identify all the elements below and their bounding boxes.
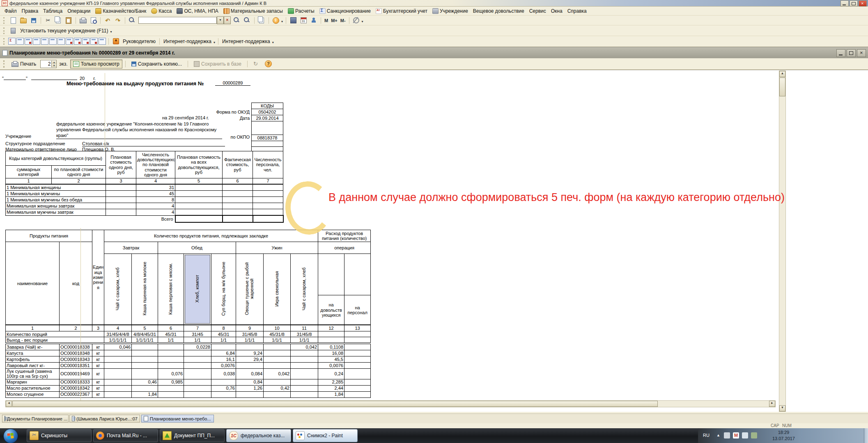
taskbar-button-document[interactable]: Документ ПП_П... (160, 429, 225, 442)
portions-cell[interactable] (344, 331, 371, 337)
qty-cell[interactable]: 0,042 (291, 344, 318, 350)
product-unit-cell[interactable]: кг (92, 391, 104, 397)
calculator-button[interactable] (288, 16, 298, 25)
internet-support-2-arrow[interactable]: ▾ (272, 41, 274, 44)
qty-cell[interactable] (291, 379, 318, 385)
column-number-cell[interactable]: 10 (264, 325, 291, 331)
weights-cell[interactable] (344, 337, 371, 343)
qty-cell[interactable] (184, 391, 211, 397)
qty-cell[interactable] (132, 363, 158, 369)
column-number-cell[interactable]: 2 (60, 325, 92, 331)
cell[interactable] (106, 184, 136, 191)
code-header[interactable]: код (60, 242, 92, 325)
cell[interactable]: 4 (136, 209, 175, 216)
qty-cell[interactable] (132, 356, 158, 363)
category-name-cell[interactable]: Минимальная мужчины завтрак (6, 209, 106, 216)
qty-cell[interactable] (132, 350, 158, 356)
tools-dropdown-arrow[interactable]: ▾ (362, 20, 363, 23)
calendar-button[interactable]: 31 (299, 16, 308, 25)
help-button[interactable]: ? (262, 59, 275, 69)
expense-col-header[interactable]: на персонал (344, 295, 371, 325)
menu-item[interactable]: Касса (149, 7, 174, 15)
institution-dropdown-arrow[interactable]: ▾ (110, 30, 112, 34)
qty-cell[interactable]: 9,24 (236, 350, 264, 356)
qty-cell[interactable]: 1,26 (236, 385, 264, 391)
qty-cell[interactable] (264, 350, 291, 356)
menu-item[interactable]: Санкционирование (317, 7, 373, 15)
doc-restore-button[interactable] (847, 49, 856, 57)
category-name-cell[interactable]: 1 Минимальная женщины (6, 184, 106, 191)
name-header[interactable]: наименование (6, 242, 60, 325)
dish-column-header[interactable]: Икра свекольная (264, 254, 291, 325)
qty-cell[interactable]: 0,42 (264, 385, 291, 391)
menu-item[interactable]: Расчеты (286, 7, 317, 15)
qty-cell[interactable] (132, 344, 158, 350)
qty-cell[interactable]: 0,076 (158, 369, 184, 379)
portions-cell[interactable]: 31/45/4/4/8 (104, 331, 132, 337)
cell[interactable] (253, 197, 283, 203)
product-unit-cell[interactable]: кг (92, 379, 104, 385)
tray-icon-1[interactable] (724, 432, 730, 438)
cell[interactable] (175, 203, 223, 209)
column-number-cell[interactable]: 3 (92, 325, 104, 331)
menu-item[interactable]: Операции (65, 7, 92, 15)
qty-cell[interactable]: 0,0076 (318, 363, 344, 369)
qty-cell[interactable] (132, 369, 158, 379)
total-cell[interactable] (175, 215, 223, 222)
okpo-value-cell[interactable]: 08818378 (252, 135, 283, 141)
menu-item[interactable]: Материальные запасы (221, 7, 285, 15)
qty-cell[interactable] (158, 385, 184, 391)
menu-item[interactable]: Бухгалтерский учет (374, 7, 429, 15)
qty-cell[interactable] (264, 379, 291, 385)
doc-close-button[interactable] (857, 49, 866, 57)
internet-support-2[interactable]: Интернет-поддержка (222, 39, 270, 44)
copy-button[interactable] (53, 16, 63, 25)
manager-label[interactable]: Руководителю (123, 39, 156, 44)
set-institution-label[interactable]: Установить текущее учреждение (F11) (20, 28, 108, 34)
cell[interactable] (106, 197, 136, 203)
menu-item[interactable]: Правка (20, 7, 41, 15)
m-button[interactable]: M (323, 18, 329, 23)
qty-cell[interactable] (104, 385, 132, 391)
category-name-cell[interactable]: 1 Минимальная мужчины (6, 191, 106, 197)
total-cell[interactable] (253, 215, 283, 222)
cell[interactable] (106, 209, 136, 216)
taskbar-button-screenshots[interactable]: Скриншоты (27, 429, 92, 442)
product-code-cell[interactable]: ОС000019469 (60, 369, 92, 379)
mdi-tab-planning-active[interactable]: Планирование меню-требо... (141, 415, 214, 422)
qty-cell[interactable]: 2,285 (318, 379, 344, 385)
qty-cell[interactable]: 0,0228 (184, 344, 211, 350)
weights-label-cell[interactable]: Выход - вес порции (6, 337, 104, 343)
product-unit-cell[interactable]: кг (92, 369, 104, 379)
category-name-cell[interactable]: 1 Минимальная мужчины без обеда (6, 197, 106, 203)
cell[interactable] (175, 191, 223, 197)
dish-column-header[interactable]: Чай с сахаром, хлеб (104, 254, 132, 325)
portions-cell[interactable]: 45/31 (211, 331, 236, 337)
qty-cell[interactable] (158, 344, 184, 350)
close-button[interactable] (859, 0, 867, 7)
taskbar-button-paint[interactable]: Снимок2 - Paint (293, 429, 358, 442)
language-indicator[interactable]: RU (703, 433, 710, 438)
search-clear-button[interactable]: × (224, 16, 231, 24)
qty-cell[interactable] (236, 363, 264, 369)
menu-item[interactable]: Таблица (41, 7, 64, 15)
date-value-cell[interactable]: 29.09.2014 (252, 115, 283, 121)
column-number-cell[interactable]: 12 (318, 325, 344, 331)
taskbar-button-1c[interactable]: 1С федеральное каз... (226, 429, 291, 442)
save-copy-button[interactable]: Сохранить копию... (129, 59, 185, 69)
meal-header-lunch[interactable]: Обед (158, 242, 236, 254)
unit-header[interactable]: Единица измерения (92, 230, 104, 325)
print-button[interactable]: Печать (9, 59, 39, 69)
qty-cell[interactable] (104, 350, 132, 356)
internet-support-1[interactable]: Интернет-поддержка (163, 39, 211, 44)
qty-cell[interactable]: 1,84 (132, 391, 158, 397)
qty-cell[interactable] (104, 379, 132, 385)
cell[interactable] (175, 197, 223, 203)
doc-minimize-button[interactable] (836, 49, 845, 57)
product-unit-cell[interactable]: кг (92, 344, 104, 350)
product-unit-cell[interactable]: кг (92, 363, 104, 369)
menu-item[interactable]: Справка (565, 7, 589, 15)
empty-cell[interactable] (252, 121, 283, 135)
doc-arrow-icon[interactable] (66, 38, 73, 45)
hidden-icons-arrow[interactable]: ▲ (716, 433, 720, 437)
